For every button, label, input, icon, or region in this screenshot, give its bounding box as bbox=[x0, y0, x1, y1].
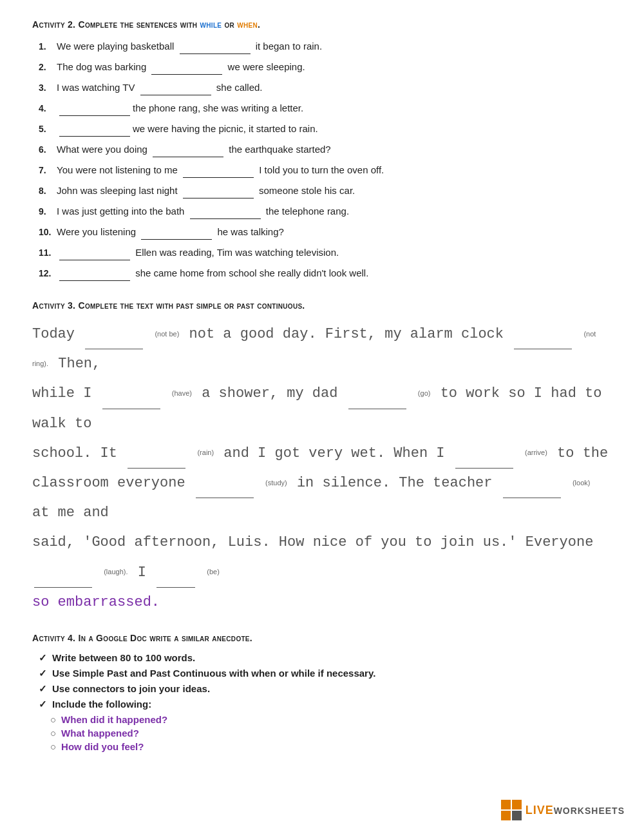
activity4-item-include: Include the following: bbox=[39, 699, 612, 710]
sentence-text: The dog was barking we were sleeping. bbox=[57, 59, 305, 75]
liveworksheets-logo-text: LIVEWORKSHEETS bbox=[526, 804, 625, 817]
line2-mid: a shower, my dad bbox=[202, 385, 337, 401]
activity4-item: Write between 80 to 100 words. bbox=[39, 652, 612, 664]
sentence-item: 6. What were you doing the earthquake st… bbox=[39, 142, 612, 157]
activity2-title-suffix: . bbox=[258, 19, 260, 30]
activity4-item-text: Use Simple Past and Past Continuous with… bbox=[52, 668, 375, 679]
sentence-text: the phone rang, she was writing a letter… bbox=[57, 101, 303, 116]
activity4-sub-list: When did it happened? What happened? How… bbox=[50, 714, 612, 752]
sub-list-item: How did you feel? bbox=[50, 741, 612, 752]
hint7: (study) bbox=[265, 479, 287, 487]
sentence-text: John was sleeping last night someone sto… bbox=[57, 183, 355, 198]
line3-pre: school. It bbox=[32, 445, 117, 461]
activity2-section: Activity 2. Complete the sentences with … bbox=[32, 19, 612, 281]
item-num: 5. bbox=[39, 122, 57, 136]
blank3[interactable] bbox=[348, 396, 406, 409]
sentence-item: 5. we were having the picnic, it started… bbox=[39, 121, 612, 137]
activity2-title-prefix: Activity 2. Complete the sentences with bbox=[32, 19, 200, 30]
svg-rect-0 bbox=[501, 800, 511, 809]
sentence-text: Ellen was reading, Tim was watching tele… bbox=[57, 245, 339, 260]
activity4-item-text: Use connectors to join your ideas. bbox=[52, 683, 210, 694]
line1-pre: Today bbox=[32, 326, 75, 342]
sentence-item: 12. she came home from school she really… bbox=[39, 266, 612, 281]
sentence-item: 4. the phone rang, she was writing a let… bbox=[39, 101, 612, 116]
line1-end: Then, bbox=[58, 356, 100, 372]
blank[interactable] bbox=[59, 106, 130, 116]
blank[interactable] bbox=[59, 250, 130, 260]
item-num: 1. bbox=[39, 39, 57, 53]
blank[interactable] bbox=[141, 229, 212, 240]
blank3[interactable] bbox=[196, 485, 254, 498]
activity3-line6: so embarrassed. bbox=[32, 588, 612, 617]
svg-rect-3 bbox=[512, 811, 522, 820]
blank3[interactable] bbox=[514, 336, 572, 349]
line3-end: to the bbox=[557, 445, 608, 461]
activity3-line3: school. It (rain) and I got very wet. Wh… bbox=[32, 439, 612, 469]
activity3-title-text: Activity 3. Complete the text with past … bbox=[32, 300, 305, 311]
sub-item-text: When did it happened? bbox=[61, 714, 167, 725]
sentence-item: 10. Were you listening he was talking? bbox=[39, 224, 612, 240]
activity3-line1: Today (not be) not a good day. First, my… bbox=[32, 320, 612, 379]
item-num: 9. bbox=[39, 204, 57, 218]
line4-end: at me and bbox=[32, 505, 109, 521]
blank[interactable] bbox=[59, 126, 130, 137]
activity3-title: Activity 3. Complete the text with past … bbox=[32, 300, 612, 311]
blank3[interactable] bbox=[503, 485, 561, 498]
line4-mid: in silence. The teacher bbox=[297, 475, 493, 491]
embarrassed-text: so embarrassed. bbox=[32, 594, 160, 610]
blank3[interactable] bbox=[455, 456, 513, 469]
item-num: 8. bbox=[39, 184, 57, 198]
sub-list-item: What happened? bbox=[50, 728, 612, 739]
blank3[interactable] bbox=[85, 336, 143, 349]
blank[interactable] bbox=[183, 188, 254, 198]
sentence-text: I was watching TV she called. bbox=[57, 80, 263, 95]
when-word: when bbox=[237, 19, 258, 30]
blank[interactable] bbox=[190, 209, 261, 219]
activity4-section: Activity 4. In a Google Doc write a simi… bbox=[32, 633, 612, 752]
hint9: (laugh). bbox=[104, 568, 128, 576]
sentence-text: What were you doing the earthquake start… bbox=[57, 142, 331, 157]
line5-mid: I bbox=[138, 565, 146, 581]
sentence-item: 11. Ellen was reading, Tim was watching … bbox=[39, 245, 612, 260]
blank[interactable] bbox=[151, 64, 222, 75]
sentence-text: we were having the picnic, it started to… bbox=[57, 121, 318, 137]
item-num: 10. bbox=[39, 225, 57, 239]
sentence-text: Were you listening he was talking? bbox=[57, 224, 284, 240]
sentence-text: You were not listening to me I told you … bbox=[57, 162, 384, 178]
activity3-section: Activity 3. Complete the text with past … bbox=[32, 300, 612, 617]
activity3-line4: classroom everyone (study) in silence. T… bbox=[32, 469, 612, 528]
activity4-list: Write between 80 to 100 words. Use Simpl… bbox=[39, 652, 612, 710]
sentence-item: 3. I was watching TV she called. bbox=[39, 80, 612, 95]
activity4-item-text: Include the following: bbox=[52, 699, 151, 710]
activity4-title: Activity 4. In a Google Doc write a simi… bbox=[32, 633, 612, 643]
blank[interactable] bbox=[59, 271, 130, 281]
hint6: (arrive) bbox=[525, 449, 547, 456]
blank3[interactable] bbox=[102, 396, 160, 409]
liveworksheets-logo: LIVEWORKSHEETS bbox=[501, 800, 625, 820]
blank3-short[interactable] bbox=[156, 575, 195, 588]
line5-pre: said, 'Good afternoon, Luis. How nice of… bbox=[32, 534, 593, 550]
line2-pre: while I bbox=[32, 385, 91, 401]
line3-mid: and I got very wet. When I bbox=[223, 445, 444, 461]
item-num: 3. bbox=[39, 81, 57, 95]
blank3[interactable] bbox=[34, 575, 92, 588]
blank[interactable] bbox=[180, 44, 251, 54]
blank[interactable] bbox=[153, 147, 223, 157]
sub-list-item: When did it happened? bbox=[50, 714, 612, 725]
while-word: while bbox=[200, 19, 222, 30]
sentence-text: We were playing basketball it began to r… bbox=[57, 39, 322, 54]
activity3-line5: said, 'Good afternoon, Luis. How nice of… bbox=[32, 528, 612, 587]
svg-rect-2 bbox=[501, 811, 511, 820]
liveworksheets-logo-icon bbox=[501, 800, 522, 820]
svg-rect-1 bbox=[512, 800, 522, 809]
blank3[interactable] bbox=[128, 456, 185, 469]
logo-live: LIVE bbox=[526, 804, 554, 817]
activity4-title-text: Activity 4. In a Google Doc write a simi… bbox=[32, 633, 252, 643]
sentence-item: 9. I was just getting into the bath the … bbox=[39, 204, 612, 219]
blank[interactable] bbox=[140, 85, 211, 95]
item-num: 2. bbox=[39, 60, 57, 74]
item-num: 6. bbox=[39, 142, 57, 157]
hint8: (look) bbox=[573, 479, 591, 487]
blank[interactable] bbox=[183, 168, 254, 178]
hint10: (be) bbox=[207, 568, 220, 576]
